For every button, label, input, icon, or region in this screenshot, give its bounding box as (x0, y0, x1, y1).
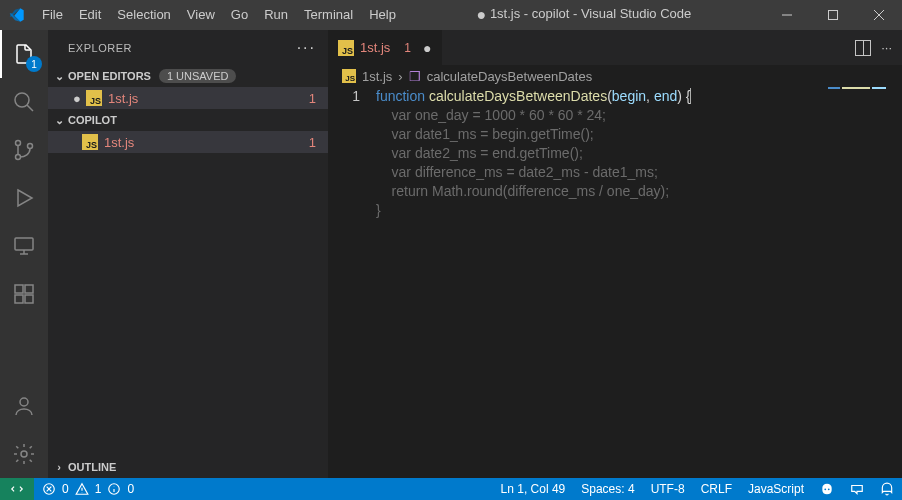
folder-header[interactable]: ⌄ COPILOT (48, 109, 328, 131)
folder-section: ⌄ COPILOT JS 1st.js 1 (48, 109, 328, 153)
open-editors-label: OPEN EDITORS (68, 70, 151, 82)
svg-point-3 (16, 155, 21, 160)
folder-label: COPILOT (68, 114, 117, 126)
explorer-badge: 1 (26, 56, 42, 72)
outline-section: › OUTLINE (48, 456, 328, 478)
menu-file[interactable]: File (34, 0, 71, 30)
activity-bar: 1 (0, 30, 48, 478)
editor-tab[interactable]: JS 1st.js 1 ● (328, 30, 442, 65)
breadcrumb-symbol: calculateDaysBetweenDates (427, 69, 592, 84)
status-cursor-position[interactable]: Ln 1, Col 49 (493, 478, 574, 500)
menu-view[interactable]: View (179, 0, 223, 30)
svg-point-1 (15, 93, 29, 107)
tab-filename: 1st.js (360, 40, 390, 55)
code-editor[interactable]: 1 function calculateDaysBetweenDates(beg… (328, 87, 902, 478)
modified-dot-icon: ● (68, 91, 86, 106)
activity-settings[interactable] (0, 430, 48, 478)
svg-point-11 (21, 451, 27, 457)
tab-more-icon[interactable]: ··· (881, 40, 892, 55)
split-editor-icon[interactable] (855, 40, 871, 56)
folder-file-name: 1st.js (104, 135, 134, 150)
open-editors-section: ⌄ OPEN EDITORS 1 UNSAVED ● JS 1st.js 1 (48, 65, 328, 109)
tab-bar: JS 1st.js 1 ● ··· (328, 30, 902, 65)
status-indentation[interactable]: Spaces: 4 (573, 478, 642, 500)
tab-modified-icon: ● (423, 40, 431, 56)
activity-explorer[interactable]: 1 (0, 30, 48, 78)
vscode-icon (0, 7, 34, 23)
minimap[interactable] (828, 87, 888, 97)
window-title-text: 1st.js - copilot - Visual Studio Code (490, 6, 691, 21)
outline-header[interactable]: › OUTLINE (48, 456, 328, 478)
line-number: 1 (328, 87, 360, 106)
sidebar-title: EXPLORER (68, 42, 132, 54)
open-editor-filename: 1st.js (108, 91, 138, 106)
status-language[interactable]: JavaScript (740, 478, 812, 500)
open-editor-item[interactable]: ● JS 1st.js 1 (48, 87, 328, 109)
svg-rect-0 (829, 11, 838, 20)
menu-go[interactable]: Go (223, 0, 256, 30)
menu-help[interactable]: Help (361, 0, 404, 30)
menu-selection[interactable]: Selection (109, 0, 178, 30)
window-title: ● 1st.js - copilot - Visual Studio Code (404, 6, 764, 24)
status-feedback-icon[interactable] (842, 478, 872, 500)
activity-search[interactable] (0, 78, 48, 126)
svg-point-2 (16, 141, 21, 146)
chevron-right-icon: › (398, 69, 402, 84)
activity-run-debug[interactable] (0, 174, 48, 222)
status-notifications-icon[interactable] (872, 478, 902, 500)
activity-remote-explorer[interactable] (0, 222, 48, 270)
svg-rect-7 (15, 295, 23, 303)
status-encoding[interactable]: UTF-8 (643, 478, 693, 500)
status-bar: 0 1 0 Ln 1, Col 49 Spaces: 4 UTF-8 CRLF … (0, 478, 902, 500)
open-editors-header[interactable]: ⌄ OPEN EDITORS 1 UNSAVED (48, 65, 328, 87)
sidebar-more-icon[interactable]: ··· (297, 39, 316, 57)
outline-label: OUTLINE (68, 461, 116, 473)
modified-indicator-icon: ● (477, 6, 487, 23)
folder-file-problem-count: 1 (309, 135, 316, 150)
window-controls (764, 0, 902, 30)
activity-source-control[interactable] (0, 126, 48, 174)
unsaved-badge: 1 UNSAVED (159, 69, 237, 83)
sidebar-header: EXPLORER ··· (48, 30, 328, 65)
svg-point-10 (20, 398, 28, 406)
status-problems[interactable]: 0 1 0 (34, 478, 142, 500)
minimize-button[interactable] (764, 0, 810, 30)
chevron-down-icon: ⌄ (52, 114, 66, 127)
breadcrumb[interactable]: JS 1st.js › ❒ calculateDaysBetweenDates (328, 65, 902, 87)
activity-extensions[interactable] (0, 270, 48, 318)
status-eol[interactable]: CRLF (693, 478, 740, 500)
code-content[interactable]: function calculateDaysBetweenDates(begin… (376, 87, 902, 478)
svg-rect-9 (25, 285, 33, 293)
sidebar: EXPLORER ··· ⌄ OPEN EDITORS 1 UNSAVED ● … (48, 30, 328, 478)
svg-rect-8 (25, 295, 33, 303)
menu-terminal[interactable]: Terminal (296, 0, 361, 30)
workbench: 1 EXPLORER ··· ⌄ OPEN EDITORS 1 UNSAVED … (0, 30, 902, 478)
maximize-button[interactable] (810, 0, 856, 30)
js-file-icon: JS (86, 90, 102, 106)
js-file-icon: JS (338, 40, 354, 56)
status-copilot-icon[interactable] (812, 478, 842, 500)
remote-indicator[interactable] (0, 478, 34, 500)
menu-bar: File Edit Selection View Go Run Terminal… (34, 0, 404, 30)
chevron-down-icon: ⌄ (52, 70, 66, 83)
js-file-icon: JS (342, 69, 356, 83)
breadcrumb-file: 1st.js (362, 69, 392, 84)
suggestion-ghost-text: var one_day = 1000 * 60 * 60 * 24; (376, 107, 606, 123)
svg-rect-6 (15, 285, 23, 293)
activity-accounts[interactable] (0, 382, 48, 430)
editor-area: JS 1st.js 1 ● ··· JS 1st.js › ❒ calculat… (328, 30, 902, 478)
menu-edit[interactable]: Edit (71, 0, 109, 30)
line-gutter: 1 (328, 87, 376, 478)
tab-problem-count: 1 (404, 41, 411, 55)
tab-actions: ··· (855, 30, 902, 65)
svg-rect-5 (15, 238, 33, 250)
folder-file-item[interactable]: JS 1st.js 1 (48, 131, 328, 153)
js-file-icon: JS (82, 134, 98, 150)
open-editor-problem-count: 1 (309, 91, 316, 106)
method-icon: ❒ (409, 69, 421, 84)
svg-point-4 (28, 144, 33, 149)
close-button[interactable] (856, 0, 902, 30)
menu-run[interactable]: Run (256, 0, 296, 30)
title-bar: File Edit Selection View Go Run Terminal… (0, 0, 902, 30)
chevron-right-icon: › (52, 461, 66, 473)
